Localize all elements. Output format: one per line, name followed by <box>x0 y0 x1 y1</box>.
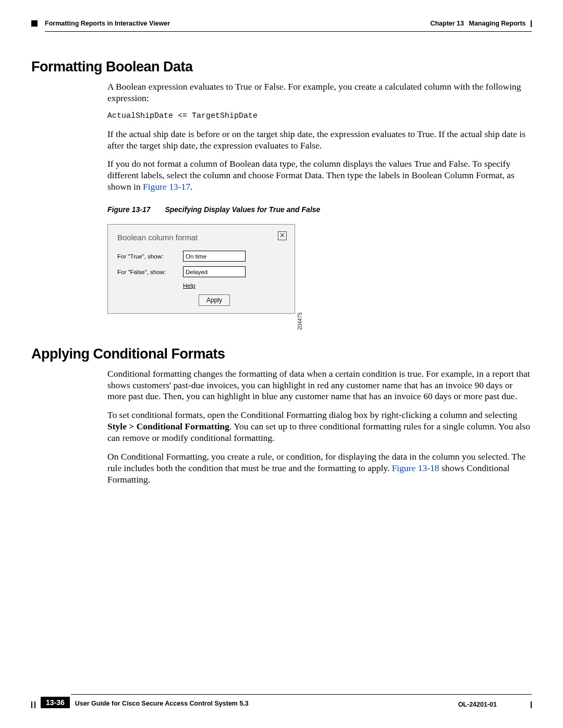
section-heading-boolean: Formatting Boolean Data <box>31 59 532 75</box>
footer-rule <box>71 694 532 695</box>
page-footer: 13-36 User Guide for Cisco Secure Access… <box>31 694 532 708</box>
figure-13-18-link[interactable]: Figure 13-18 <box>392 463 439 473</box>
apply-button[interactable]: Apply <box>199 294 230 306</box>
header-chapter-label: Chapter 13 <box>430 20 464 27</box>
true-value-input[interactable] <box>183 251 246 262</box>
header-rule <box>45 31 532 32</box>
false-value-input[interactable] <box>183 266 246 277</box>
figure-title: Specifying Display Values for True and F… <box>165 205 320 214</box>
para-bool-eval: If the actual ship date is before or on … <box>107 129 532 152</box>
header-marker-icon <box>31 20 38 27</box>
figure-caption: Figure 13-17 Specifying Display Values f… <box>107 205 532 215</box>
footer-trailing-marks <box>528 701 532 708</box>
dialog-screenshot: Boolean column format ✕ For "True", show… <box>107 224 295 314</box>
para-cond-howto: To set conditional formats, open the Con… <box>107 410 532 444</box>
para-cond-intro: Conditional formatting changes the forma… <box>107 368 532 403</box>
header-divider-icon <box>531 20 532 27</box>
true-label: For "True", show: <box>117 253 183 260</box>
figure-13-17-link[interactable]: Figure 13-17 <box>143 181 190 192</box>
footer-doc-id: OL-24201-01 <box>458 701 497 708</box>
header-chapter-title: Managing Reports <box>469 20 525 27</box>
help-link[interactable]: Help <box>183 282 285 289</box>
page-number-badge: 13-36 <box>41 697 70 708</box>
menu-path: Style > Conditional Formatting <box>107 421 229 431</box>
footer-guide-title: User Guide for Cisco Secure Access Contr… <box>75 700 458 708</box>
section-heading-conditional: Applying Conditional Formats <box>31 346 532 362</box>
footer-leading-marks <box>31 701 38 708</box>
para-bool-format: If you do not format a column of Boolean… <box>107 158 532 193</box>
running-header: Formatting Reports in Interactive Viewer… <box>31 20 532 27</box>
para-cond-rule: On Conditional Formatting, you create a … <box>107 451 532 486</box>
dialog-title: Boolean column format <box>117 233 285 243</box>
false-label: For "False", show: <box>117 268 183 276</box>
figure-id-number: 204475 <box>297 313 304 330</box>
para-bool-intro: A Boolean expression evaluates to True o… <box>107 81 532 104</box>
header-section-title: Formatting Reports in Interactive Viewer <box>45 20 170 27</box>
code-expression: ActualShipDate <= TargetShipDate <box>107 112 532 121</box>
close-icon[interactable]: ✕ <box>278 231 287 240</box>
figure-label: Figure 13-17 <box>107 205 150 214</box>
